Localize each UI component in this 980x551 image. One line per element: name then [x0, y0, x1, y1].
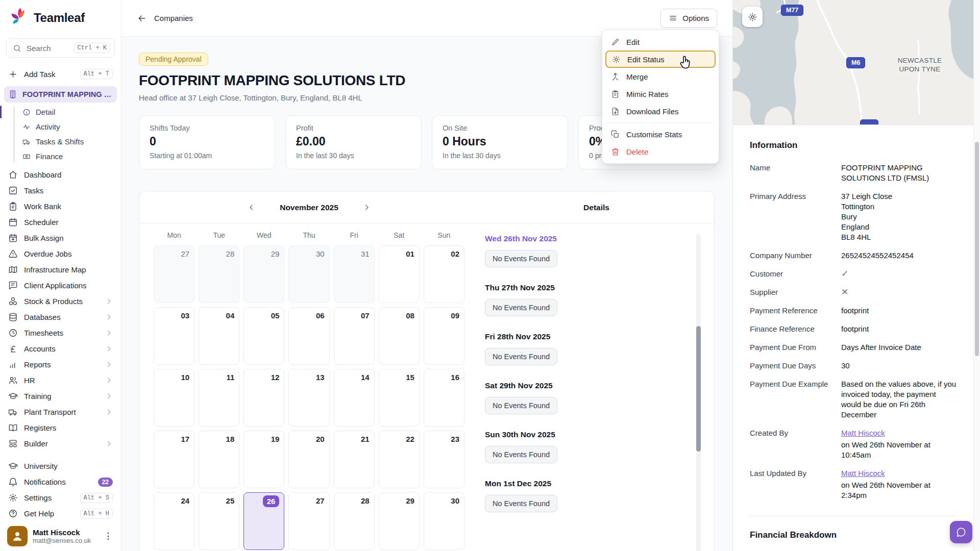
sidebar-item-timesheets[interactable]: Timesheets — [0, 325, 121, 341]
event-date-label: Fri 28th Nov 2025 — [485, 332, 692, 341]
menu-item-customise-stats[interactable]: Customise Stats — [605, 126, 716, 143]
calendar-day-29[interactable]: 29 — [379, 492, 420, 550]
calendar-day-01[interactable]: 01 — [379, 245, 420, 303]
sidebar-item-dashboard[interactable]: Dashboard — [0, 167, 121, 183]
menu-item-mimic-rates[interactable]: Mimic Rates — [605, 85, 716, 103]
financial-breakdown-toggle[interactable]: Financial Breakdown — [750, 530, 957, 540]
chat-fab-button[interactable] — [950, 521, 972, 543]
sidebar-subitem-finance[interactable]: Finance — [13, 149, 121, 164]
calendar-day-17[interactable]: 17 — [154, 431, 194, 488]
calendar-day-04[interactable]: 04 — [199, 307, 239, 365]
sidebar-item-plant-transport[interactable]: Plant Transport — [0, 404, 121, 420]
user-menu[interactable]: Matt Hiscock matt@senses.co.uk — [0, 521, 121, 551]
sidebar-item-company[interactable]: FOOTPRINT MAPPING S... — [4, 86, 117, 103]
sidebar-item-tasks[interactable]: Tasks — [0, 183, 121, 198]
info-label: Name — [750, 163, 839, 183]
menu-item-merge[interactable]: Merge — [605, 68, 716, 85]
no-events-chip: No Events Found — [485, 495, 557, 512]
calendar-day-28[interactable]: 28 — [334, 492, 375, 550]
menu-item-label: Download Files — [626, 107, 679, 116]
calendar-day-15[interactable]: 15 — [379, 369, 420, 427]
calendar-day-14[interactable]: 14 — [334, 369, 375, 427]
calendar-day-27[interactable]: 27 — [288, 492, 329, 550]
info-row-payment-due-days: Payment Due Days30 — [750, 361, 957, 371]
sidebar-item-databases[interactable]: Databases — [0, 309, 121, 325]
menu-item-download-files[interactable]: Download Files — [605, 103, 716, 120]
sidebar-item-get-help[interactable]: Get HelpAlt + H — [0, 506, 121, 521]
calendar-day-19[interactable]: 19 — [243, 431, 284, 488]
back-icon[interactable] — [137, 13, 147, 23]
sidebar-item-scheduler[interactable]: Scheduler — [0, 214, 121, 230]
calendar-day-23[interactable]: 23 — [424, 431, 464, 488]
search-input[interactable]: Search Ctrl + K — [6, 38, 115, 58]
menu-item-edit-status[interactable]: Edit Status — [605, 51, 716, 68]
calendar-prev-button[interactable] — [245, 201, 258, 214]
calendar-day-22[interactable]: 22 — [379, 431, 420, 488]
calendar-day-25[interactable]: 25 — [199, 492, 239, 550]
calendar-day-24[interactable]: 24 — [154, 492, 194, 550]
calendar-day-29[interactable]: 29 — [243, 245, 284, 303]
calendar-day-10[interactable]: 10 — [154, 369, 194, 427]
user-options-icon[interactable] — [103, 531, 114, 542]
calendar-day-02[interactable]: 02 — [424, 245, 464, 303]
sidebar-item-university[interactable]: University — [0, 458, 121, 474]
calendar-day-26[interactable]: 26 — [243, 492, 284, 550]
menu-item-delete[interactable]: Delete — [605, 143, 716, 160]
sidebar-item-hr[interactable]: HR — [0, 372, 121, 388]
calendar-nav: November 2025 — [139, 191, 479, 223]
check-icon: ✓ — [841, 269, 848, 279]
sidebar-item-stock-products[interactable]: Stock & Products — [0, 293, 121, 309]
info-value: footprint — [841, 306, 957, 316]
database-icon — [8, 312, 18, 322]
sidebar-item-bulk-assign[interactable]: Bulk Assign — [0, 230, 121, 246]
sidebar-subitem-tasks-shifts[interactable]: Tasks & Shifts — [13, 134, 121, 149]
calendar-day-27[interactable]: 27 — [154, 245, 194, 303]
user-link[interactable]: Matt Hiscock — [841, 469, 885, 478]
calendar-day-12[interactable]: 12 — [243, 369, 284, 427]
details-scrollbar[interactable] — [696, 234, 701, 551]
brand: Teamleaf — [0, 0, 121, 34]
calendar-next-button[interactable] — [360, 201, 374, 214]
sidebar-item-work-bank[interactable]: Work Bank — [0, 198, 121, 214]
calendar-day-03[interactable]: 03 — [154, 307, 194, 365]
calendar-day-08[interactable]: 08 — [379, 307, 420, 365]
calendar-day-06[interactable]: 06 — [288, 307, 329, 365]
user-link[interactable]: Matt Hiscock — [841, 429, 885, 437]
window-scrollbar[interactable] — [973, 0, 980, 551]
sidebar-item-registers[interactable]: Registers — [0, 420, 121, 436]
calendar-day-13[interactable]: 13 — [288, 369, 329, 427]
sidebar-subitem-activity[interactable]: Activity — [13, 119, 121, 134]
weekday-label: Wed — [243, 231, 284, 239]
sidebar-item-reports[interactable]: Reports — [0, 357, 121, 372]
calendar-day-21[interactable]: 21 — [334, 431, 375, 488]
calendar-day-09[interactable]: 09 — [424, 307, 464, 365]
sidebar-item-notifications[interactable]: Notifications22 — [0, 474, 121, 490]
menu-item-edit[interactable]: Edit — [605, 33, 716, 51]
breadcrumb[interactable]: Companies — [154, 14, 193, 22]
calendar-day-28[interactable]: 28 — [199, 245, 239, 303]
calendar-day-11[interactable]: 11 — [199, 369, 239, 427]
calendar-day-16[interactable]: 16 — [424, 369, 464, 427]
sidebar-item-infrastructure-map[interactable]: Infrastructure Map — [0, 262, 121, 278]
calendar-day-30[interactable]: 30 — [288, 245, 329, 303]
window-scrollbar-thumb[interactable] — [975, 142, 979, 356]
calendar-day-18[interactable]: 18 — [199, 431, 239, 488]
sidebar-item-overdue-jobs[interactable]: Overdue Jobs — [0, 246, 121, 262]
calendar-day-30[interactable]: 30 — [424, 492, 464, 550]
sidebar-item-training[interactable]: Training — [0, 388, 121, 404]
calendar-day-31[interactable]: 31 — [334, 245, 375, 303]
calendar-day-07[interactable]: 07 — [334, 307, 375, 365]
sidebar-item-accounts[interactable]: Accounts — [0, 341, 121, 357]
add-task-button[interactable]: Add Task Alt + T — [0, 65, 121, 83]
calendar-day-05[interactable]: 05 — [243, 307, 284, 365]
calendar-day-20[interactable]: 20 — [288, 431, 329, 488]
options-button[interactable]: Options — [660, 9, 717, 28]
sidebar-item-builder[interactable]: Builder — [0, 436, 121, 452]
details-scrollbar-thumb[interactable] — [696, 326, 701, 452]
sidebar-subitem-detail[interactable]: Detail — [13, 105, 121, 119]
map-settings-button[interactable] — [742, 7, 763, 27]
map[interactable]: M77 M6 NEWCASTLE UPON TYNE — [733, 0, 974, 125]
company-subnav: DetailActivityTasks & ShiftsFinance — [13, 105, 121, 164]
sidebar-item-settings[interactable]: SettingsAlt + S — [0, 490, 121, 506]
sidebar-item-client-applications[interactable]: Client Applications — [0, 278, 121, 293]
